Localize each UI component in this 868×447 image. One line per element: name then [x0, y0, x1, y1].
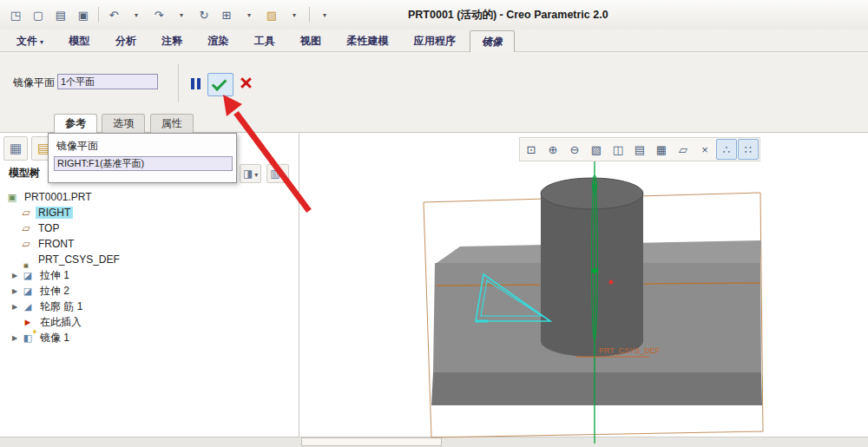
axis-point[interactable]: [592, 268, 597, 273]
mirror-plane-reference-field[interactable]: [54, 156, 233, 171]
display-style-icon[interactable]: ◫: [608, 139, 628, 160]
references-dropdown-panel: 镜像平面: [48, 133, 237, 183]
zoom-out-icon[interactable]: ⊖: [564, 139, 585, 160]
mirror-plane-label: 镜像平面: [56, 139, 98, 154]
3d-viewport[interactable]: PRT_CSYS_DEF: [0, 0, 868, 447]
view-manager-icon[interactable]: ▦: [651, 139, 672, 160]
datum-points-toggle-icon[interactable]: ∴: [716, 139, 737, 160]
spin-center-point: [609, 280, 614, 285]
datum-planes-toggle-icon[interactable]: ▱: [673, 139, 694, 160]
csys-label: PRT_CSYS_DEF: [599, 346, 661, 355]
refit-icon[interactable]: ⊡: [521, 139, 542, 160]
datum-axes-toggle-icon[interactable]: ×: [694, 139, 715, 160]
csys-display-toggle-icon[interactable]: ∷: [738, 139, 759, 160]
graphics-toolbar: ⊡ ⊕ ⊖ ▧ ◫ ▤ ▦ ▱ × ∴ ∷: [519, 137, 760, 161]
saved-orientations-icon[interactable]: ▤: [629, 139, 650, 160]
repaint-icon[interactable]: ▧: [586, 139, 607, 160]
zoom-in-icon[interactable]: ⊕: [542, 139, 563, 160]
